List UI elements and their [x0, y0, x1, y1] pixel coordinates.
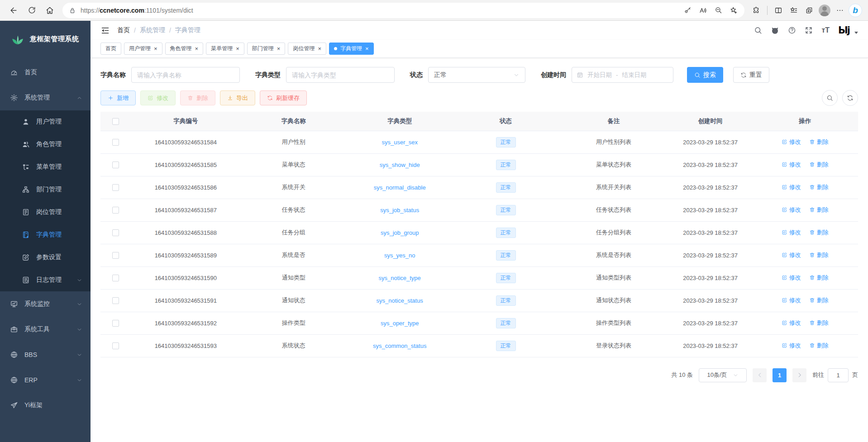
- row-checkbox[interactable]: [112, 275, 119, 281]
- row-edit-button[interactable]: 修改: [782, 228, 801, 237]
- dict-type-link[interactable]: sys_normal_disable: [374, 184, 426, 191]
- row-checkbox[interactable]: [112, 320, 119, 327]
- date-range-picker[interactable]: 开始日期 - 结束日期: [572, 67, 673, 83]
- row-edit-button[interactable]: 修改: [782, 319, 801, 327]
- dict-type-link[interactable]: sys_yes_no: [384, 252, 415, 259]
- row-delete-button[interactable]: 删除: [809, 206, 829, 214]
- sidebar-item-post-mgmt[interactable]: 岗位管理: [0, 201, 91, 223]
- close-icon[interactable]: ×: [154, 46, 157, 52]
- browser-menu-icon[interactable]: [833, 3, 847, 18]
- add-favorite-icon[interactable]: [726, 3, 741, 18]
- dict-type-link[interactable]: sys_job_status: [380, 207, 419, 214]
- collections-icon[interactable]: [802, 3, 816, 18]
- close-icon[interactable]: ×: [365, 46, 369, 52]
- user-logo[interactable]: Ыj: [838, 24, 849, 36]
- dict-type-link[interactable]: sys_oper_type: [381, 320, 419, 327]
- prev-page-button[interactable]: [753, 368, 767, 382]
- sidebar-item-yi-framework[interactable]: Yi框架: [0, 393, 91, 418]
- row-checkbox[interactable]: [112, 297, 119, 304]
- tab-3[interactable]: 菜单管理×: [206, 43, 244, 55]
- favorites-bar-icon[interactable]: [787, 3, 801, 18]
- row-checkbox[interactable]: [112, 252, 119, 259]
- sidebar-item-system-tools[interactable]: 系统工具: [0, 317, 91, 342]
- select-all-checkbox[interactable]: [112, 118, 119, 125]
- row-delete-button[interactable]: 删除: [809, 138, 829, 146]
- tab-4[interactable]: 部门管理×: [247, 43, 286, 55]
- row-checkbox[interactable]: [112, 184, 119, 191]
- sidebar-item-home[interactable]: 首页: [0, 60, 91, 85]
- user-menu-caret-icon[interactable]: [854, 32, 858, 34]
- page-size-select[interactable]: 10条/页: [699, 368, 747, 382]
- browser-back-button[interactable]: [5, 3, 22, 18]
- dict-type-link[interactable]: sys_common_status: [373, 342, 427, 349]
- row-checkbox[interactable]: [112, 342, 119, 349]
- profile-avatar[interactable]: [817, 3, 832, 18]
- row-delete-button[interactable]: 删除: [809, 161, 829, 169]
- sidebar-item-log-mgmt[interactable]: 日志管理: [0, 269, 91, 291]
- sidebar-item-param-settings[interactable]: 参数设置: [0, 246, 91, 269]
- row-delete-button[interactable]: 删除: [809, 342, 829, 350]
- read-aloud-icon[interactable]: [696, 3, 710, 18]
- sidebar-item-system-monitor[interactable]: 系统监控: [0, 291, 91, 317]
- refresh-table-button[interactable]: [842, 90, 858, 106]
- row-edit-button[interactable]: 修改: [782, 274, 801, 282]
- dict-type-link[interactable]: sys_notice_status: [377, 297, 423, 304]
- status-select[interactable]: 正常: [428, 67, 525, 83]
- browser-home-button[interactable]: [42, 3, 58, 18]
- row-edit-button[interactable]: 修改: [782, 183, 801, 191]
- page-number-button[interactable]: 1: [773, 368, 787, 382]
- row-checkbox[interactable]: [112, 207, 119, 214]
- row-edit-button[interactable]: 修改: [782, 342, 801, 350]
- split-screen-icon[interactable]: [771, 3, 786, 18]
- goto-page-input[interactable]: [828, 368, 849, 382]
- dict-name-input[interactable]: [131, 67, 240, 83]
- sidebar-collapse-icon[interactable]: [100, 26, 110, 35]
- bing-chat-icon[interactable]: b: [848, 3, 863, 18]
- sidebar-item-system-mgmt[interactable]: 系统管理: [0, 85, 91, 110]
- breadcrumb-item[interactable]: 首页: [117, 26, 130, 34]
- row-edit-button[interactable]: 修改: [782, 161, 801, 169]
- row-delete-button[interactable]: 删除: [809, 296, 829, 304]
- dict-type-input[interactable]: [286, 67, 395, 83]
- tab-1[interactable]: 用户管理×: [124, 43, 162, 55]
- sidebar-item-bbs[interactable]: BBS: [0, 342, 91, 367]
- reset-button[interactable]: 重置: [733, 67, 769, 83]
- header-search-icon[interactable]: [754, 26, 762, 34]
- password-key-icon[interactable]: [680, 3, 695, 18]
- font-size-icon[interactable]: тT: [821, 26, 830, 34]
- row-checkbox[interactable]: [112, 139, 119, 146]
- row-delete-button[interactable]: 删除: [809, 319, 829, 327]
- address-bar[interactable]: https://ccnetcore.com:1101/system/dict: [62, 3, 744, 18]
- sidebar-item-dict-mgmt[interactable]: 字典管理: [0, 223, 91, 246]
- tab-5[interactable]: 岗位管理×: [288, 43, 326, 55]
- github-icon[interactable]: [771, 26, 779, 35]
- search-button[interactable]: 搜索: [687, 67, 723, 83]
- close-icon[interactable]: ×: [318, 46, 321, 52]
- breadcrumb-item[interactable]: 字典管理: [175, 26, 200, 34]
- close-icon[interactable]: ×: [195, 46, 199, 52]
- row-delete-button[interactable]: 删除: [809, 251, 829, 259]
- row-checkbox[interactable]: [112, 162, 119, 168]
- sidebar-item-role-mgmt[interactable]: 角色管理: [0, 133, 91, 156]
- export-button[interactable]: 导出: [220, 90, 255, 105]
- toggle-search-button[interactable]: [822, 90, 838, 106]
- refresh-cache-button[interactable]: 刷新缓存: [260, 90, 307, 105]
- row-delete-button[interactable]: 删除: [809, 228, 829, 237]
- fullscreen-icon[interactable]: [805, 26, 813, 34]
- close-icon[interactable]: ×: [236, 46, 239, 52]
- row-edit-button[interactable]: 修改: [782, 206, 801, 214]
- tab-2[interactable]: 角色管理×: [165, 43, 204, 55]
- dict-type-link[interactable]: sys_notice_type: [379, 275, 421, 281]
- zoom-out-icon[interactable]: [711, 3, 725, 18]
- close-icon[interactable]: ×: [277, 46, 281, 52]
- help-icon[interactable]: [788, 26, 796, 34]
- row-delete-button[interactable]: 删除: [809, 274, 829, 282]
- row-edit-button[interactable]: 修改: [782, 251, 801, 259]
- add-button[interactable]: 新增: [100, 90, 136, 105]
- row-edit-button[interactable]: 修改: [782, 296, 801, 304]
- breadcrumb-item[interactable]: 系统管理: [140, 26, 165, 34]
- tab-active[interactable]: 字典管理×: [329, 43, 374, 55]
- row-delete-button[interactable]: 删除: [809, 183, 829, 191]
- sidebar-item-menu-mgmt[interactable]: 菜单管理: [0, 156, 91, 178]
- next-page-button[interactable]: [792, 368, 806, 382]
